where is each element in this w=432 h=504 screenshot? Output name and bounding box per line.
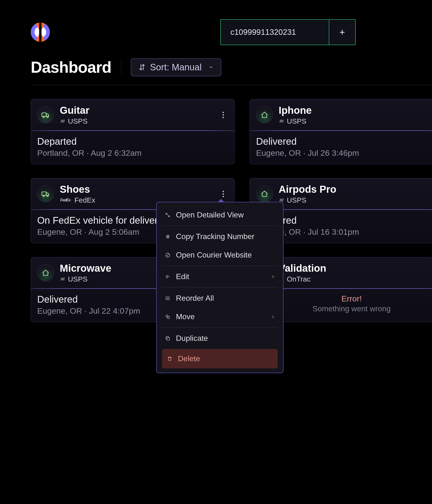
truck-icon [37, 107, 54, 123]
svg-rect-9 [42, 192, 46, 195]
menu-separator [162, 327, 278, 328]
menu-move[interactable]: Move [162, 307, 278, 326]
compass-icon [164, 252, 171, 258]
menu-label: Delete [178, 354, 200, 363]
menu-open-detailed[interactable]: Open Detailed View [162, 206, 278, 224]
package-card[interactable]: Iphone ✉ USPS Delivered Eugene, OR · Jul… [250, 99, 432, 164]
meta-text: Portland, OR · Aug 2 6:32am [37, 148, 228, 158]
home-icon [256, 186, 273, 202]
svg-point-11 [47, 195, 48, 197]
package-name: Validation [279, 262, 431, 274]
move-icon [164, 314, 171, 319]
svg-line-20 [167, 254, 169, 256]
status-text: Delivered [256, 136, 432, 147]
carrier-label: USPS [287, 117, 306, 125]
carrier-label: USPS [287, 196, 306, 204]
home-icon [256, 107, 273, 123]
list-icon [164, 296, 171, 301]
fedex-icon: FedEx [60, 198, 71, 202]
menu-separator [162, 287, 278, 288]
package-name: Iphone [279, 105, 431, 116]
divider [121, 61, 121, 74]
carrier-label: OnTrac [287, 275, 311, 283]
package-card[interactable]: Shoes FedEx FedEx On FedEx vehicle for d… [31, 178, 235, 243]
svg-point-1 [43, 117, 45, 118]
chevron-right-icon [271, 275, 275, 279]
menu-separator [162, 266, 278, 266]
svg-point-12 [223, 191, 224, 192]
usps-icon: ✉ [60, 276, 64, 282]
carrier-label: USPS [68, 275, 88, 283]
package-name: Airpods Pro [279, 184, 431, 195]
sort-icon [138, 63, 146, 71]
home-icon [37, 264, 54, 281]
more-button[interactable] [218, 110, 228, 120]
page-title: Dashboard [31, 58, 111, 76]
more-button[interactable] [218, 189, 228, 199]
svg-point-28 [166, 298, 166, 298]
svg-point-13 [223, 193, 224, 195]
menu-reorder[interactable]: Reorder All [162, 289, 278, 307]
sort-label: Sort: Manual [150, 62, 202, 72]
package-name: Shoes [60, 184, 212, 195]
hash-icon [164, 234, 171, 239]
svg-point-27 [166, 297, 166, 297]
svg-rect-32 [167, 337, 170, 340]
menu-open-courier[interactable]: Open Courier Website [162, 246, 278, 264]
menu-label: Open Detailed View [176, 210, 243, 219]
svg-point-4 [223, 114, 224, 116]
plus-icon: + [339, 27, 345, 37]
chevron-right-icon [271, 315, 275, 319]
add-button[interactable]: + [329, 19, 356, 45]
trash-icon [166, 356, 173, 361]
app-logo [31, 23, 50, 42]
menu-label: Duplicate [176, 334, 208, 343]
svg-point-5 [223, 117, 224, 118]
menu-separator [162, 225, 278, 226]
context-menu: Open Detailed View Copy Tracking Number … [156, 202, 283, 373]
duplicate-icon [164, 336, 171, 341]
menu-delete[interactable]: Delete [162, 349, 278, 369]
carrier-label: USPS [68, 117, 88, 125]
status-text: Departed [37, 136, 228, 147]
tracking-input[interactable] [220, 19, 329, 45]
svg-line-17 [167, 235, 167, 238]
svg-point-14 [223, 196, 224, 197]
package-name: Guitar [60, 105, 212, 116]
carrier-label: FedEx [74, 196, 95, 204]
chevron-down-icon [208, 64, 214, 70]
svg-rect-0 [42, 113, 46, 117]
svg-point-2 [47, 117, 48, 118]
menu-label: Edit [176, 272, 189, 281]
usps-icon: ✉ [60, 118, 64, 124]
truck-icon [37, 186, 54, 202]
svg-point-29 [166, 299, 166, 300]
svg-point-10 [43, 195, 45, 197]
menu-label: Move [176, 312, 195, 321]
menu-edit[interactable]: Edit [162, 267, 278, 286]
svg-point-3 [223, 112, 224, 113]
menu-label: Copy Tracking Number [176, 232, 254, 241]
sort-button[interactable]: Sort: Manual [131, 58, 221, 76]
menu-label: Open Courier Website [176, 251, 252, 260]
menu-label: Reorder All [176, 294, 214, 303]
expand-icon [164, 212, 171, 218]
svg-line-18 [168, 235, 169, 238]
edit-icon [164, 274, 171, 279]
meta-text: Eugene, OR · Jul 26 3:46pm [256, 148, 432, 158]
package-card[interactable]: Guitar ✉ USPS Departed Portland, OR · Au… [31, 99, 235, 164]
menu-copy-tracking[interactable]: Copy Tracking Number [162, 227, 278, 246]
menu-duplicate[interactable]: Duplicate [162, 329, 278, 348]
usps-icon: ✉ [279, 118, 283, 124]
